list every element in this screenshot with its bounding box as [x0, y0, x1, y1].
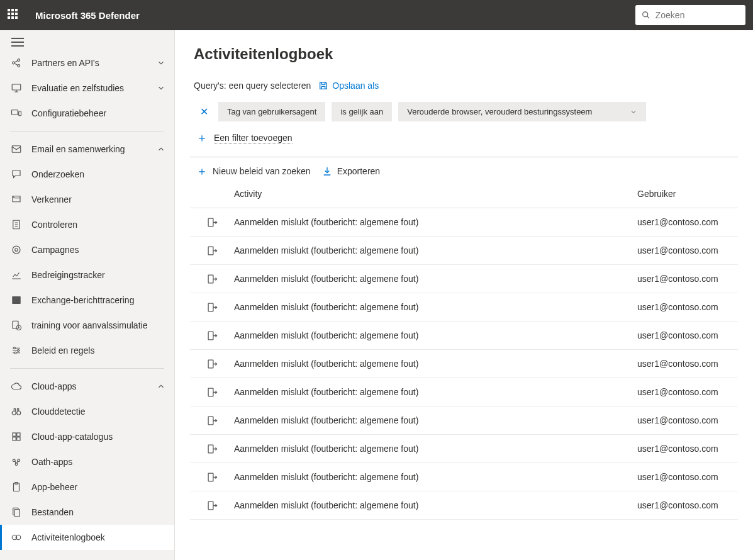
link-eye-icon [10, 531, 23, 544]
sidebar-item-campagnes[interactable]: Campagnes [0, 237, 174, 262]
search-input[interactable] [655, 10, 739, 20]
add-filter-button[interactable]: ＋ Een filter toevoegen [190, 130, 738, 145]
svg-rect-20 [13, 433, 16, 436]
sidebar-item-label: Verkenner [31, 194, 165, 204]
row-user: user1@contoso.com [637, 387, 738, 397]
sidebar-item-cloud-apps[interactable]: Cloud-apps [0, 374, 174, 399]
oath-icon [10, 456, 23, 468]
sidebar-item-exchange-berichttracering[interactable]: E Exchange-berichttracering [0, 288, 174, 313]
row-user: user1@contoso.com [637, 444, 738, 454]
table-row[interactable]: Aanmelden mislukt (foutbericht: algemene… [190, 463, 738, 491]
table-row[interactable]: Aanmelden mislukt (foutbericht: algemene… [190, 322, 738, 350]
chart-line-icon [10, 269, 23, 281]
activity-table: Activity Gebruiker Aanmelden mislukt (fo… [190, 182, 738, 520]
target-icon [10, 244, 23, 256]
row-activity: Aanmelden mislukt (foutbericht: algemene… [234, 330, 637, 340]
devices-icon [10, 107, 23, 120]
col-user[interactable]: Gebruiker [637, 189, 738, 199]
plus-icon: ＋ [196, 164, 208, 179]
filter-chip-field[interactable]: Tag van gebruikersagent [218, 102, 325, 121]
new-policy-label: Nieuw beleid van zoeken [213, 166, 311, 176]
signout-icon [190, 415, 234, 426]
signout-icon [190, 500, 234, 511]
sidebar-item-partners-en-api-s[interactable]: Partners en API's [0, 50, 174, 76]
sidebar-item-clouddetectie[interactable]: Clouddetectie [0, 399, 174, 424]
svg-point-16 [18, 350, 20, 352]
table-row[interactable]: Aanmelden mislukt (foutbericht: algemene… [190, 491, 738, 520]
row-user: user1@contoso.com [637, 330, 738, 340]
sidebar-item-oath-apps[interactable]: Oath-apps [0, 449, 174, 474]
sidebar-item-label: Oath-apps [31, 457, 165, 467]
svg-rect-6 [19, 111, 21, 116]
svg-rect-33 [208, 218, 213, 227]
new-policy-button[interactable]: ＋ Nieuw beleid van zoeken [196, 164, 311, 179]
chevron-up-icon [157, 145, 165, 154]
row-user: user1@contoso.com [637, 500, 738, 510]
row-user: user1@contoso.com [637, 245, 738, 255]
svg-point-17 [14, 352, 16, 354]
sidebar-item-configuratiebeheer[interactable]: Configuratiebeheer [0, 101, 174, 126]
chevron-down-icon [157, 84, 165, 92]
table-row[interactable]: Aanmelden mislukt (foutbericht: algemene… [190, 208, 738, 237]
sidebar-item-evaluatie-en-zelfstudies[interactable]: Evaluatie en zelfstudies [0, 76, 174, 101]
monitor-icon [10, 82, 23, 94]
svg-rect-43 [208, 501, 213, 510]
table-row[interactable]: Aanmelden mislukt (foutbericht: algemene… [190, 378, 738, 406]
row-activity: Aanmelden mislukt (foutbericht: algemene… [234, 444, 637, 454]
svg-rect-23 [17, 437, 20, 440]
sidebar-item-bestanden[interactable]: Bestanden [0, 500, 174, 525]
query-label: Query's: een query selecteren [194, 81, 311, 91]
svg-rect-37 [208, 332, 213, 340]
divider [190, 157, 738, 157]
save-as-button[interactable]: Opslaan als [318, 81, 379, 91]
sidebar-item-training-voor-aanvalssimulatie[interactable]: training voor aanvalssimulatie [0, 313, 174, 338]
filter-chip-value[interactable]: Verouderde browser, verouderd besturings… [398, 102, 646, 121]
table-row[interactable]: Aanmelden mislukt (foutbericht: algemene… [190, 237, 738, 265]
search-box[interactable] [635, 5, 745, 25]
svg-rect-42 [208, 473, 213, 481]
export-label: Exporteren [337, 166, 380, 176]
svg-rect-39 [208, 388, 213, 396]
chevron-down-icon [630, 108, 637, 116]
sidebar-item-label: Clouddetectie [31, 406, 165, 417]
filter-chip-operator[interactable]: is gelijk aan [332, 102, 392, 121]
save-as-label: Opslaan als [332, 81, 379, 91]
signout-icon [190, 472, 234, 483]
table-row[interactable]: Aanmelden mislukt (foutbericht: algemene… [190, 350, 738, 378]
sidebar-item-email-en-samenwerking[interactable]: Email en samenwerking [0, 137, 174, 162]
signout-icon [190, 217, 234, 228]
row-user: user1@contoso.com [637, 302, 738, 312]
table-row[interactable]: Aanmelden mislukt (foutbericht: algemene… [190, 293, 738, 322]
table-row[interactable]: Aanmelden mislukt (foutbericht: algemene… [190, 265, 738, 293]
sidebar-item-bedreigingstracker[interactable]: Bedreigingstracker [0, 262, 174, 288]
sidebar-item-app-beheer[interactable]: App-beheer [0, 474, 174, 500]
sidebar-item-label: App-beheer [31, 482, 165, 492]
sidebar-item-label: Activiteitenlogboek [31, 532, 165, 542]
grid-icon [10, 430, 23, 443]
table-row[interactable]: Aanmelden mislukt (foutbericht: algemene… [190, 435, 738, 463]
sidebar-item-onderzoeken[interactable]: Onderzoeken [0, 162, 174, 187]
col-activity[interactable]: Activity [234, 189, 637, 199]
row-user: user1@contoso.com [637, 415, 738, 425]
menu-toggle-icon[interactable] [11, 38, 24, 47]
row-activity: Aanmelden mislukt (foutbericht: algemene… [234, 217, 637, 227]
signout-icon [190, 302, 234, 313]
svg-rect-35 [208, 275, 213, 283]
clear-filter-icon[interactable]: ✕ [196, 106, 212, 118]
app-launcher-icon[interactable] [8, 9, 20, 21]
sidebar-item-cloud-app-catalogus[interactable]: Cloud-app-catalogus [0, 424, 174, 449]
row-activity: Aanmelden mislukt (foutbericht: algemene… [234, 245, 637, 255]
svg-rect-34 [208, 247, 213, 255]
sidebar-item-controleren[interactable]: Controleren [0, 212, 174, 237]
divider [10, 368, 164, 369]
export-button[interactable]: Exporteren [322, 166, 380, 176]
sidebar-item-label: Cloud-apps [31, 381, 148, 391]
sidebar-item-beleid-en-regels[interactable]: Beleid en regels [0, 338, 174, 363]
sidebar-item-verkenner[interactable]: Verkenner [0, 187, 174, 212]
sidebar-item-label: Email en samenwerking [31, 144, 148, 154]
sidebar-item-activiteitenlogboek[interactable]: Activiteitenlogboek [0, 525, 174, 550]
table-row[interactable]: Aanmelden mislukt (foutbericht: algemene… [190, 406, 738, 435]
row-activity: Aanmelden mislukt (foutbericht: algemene… [234, 274, 637, 284]
topbar: Microsoft 365 Defender [0, 0, 753, 30]
svg-rect-38 [208, 360, 213, 368]
